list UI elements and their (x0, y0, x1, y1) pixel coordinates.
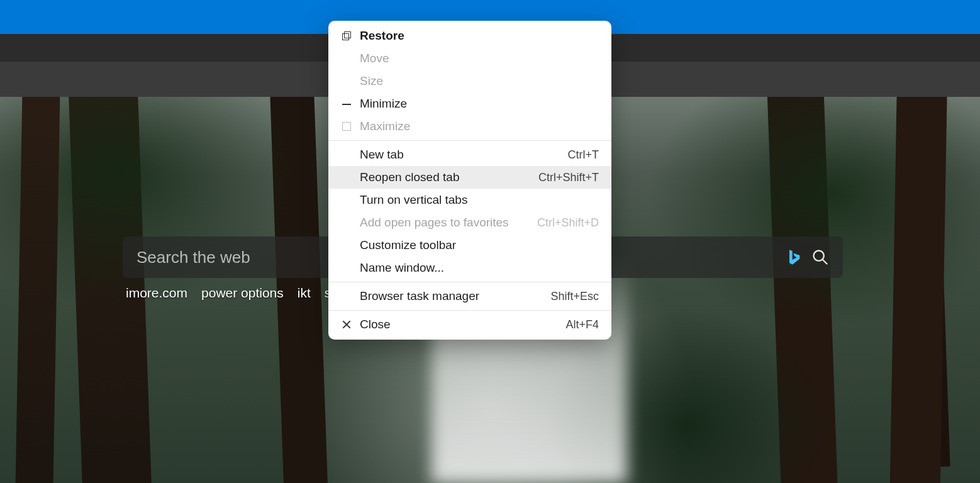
menu-item-restore[interactable]: Restore (328, 25, 611, 47)
menu-item-label: Close (356, 318, 565, 331)
svg-line-1 (823, 260, 827, 264)
menu-separator (328, 310, 611, 311)
quick-links: imore.com power options ikt skype (126, 286, 359, 301)
menu-item-label: Turn on vertical tabs (356, 193, 599, 207)
menu-item-reopen-closed-tab[interactable]: Reopen closed tabCtrl+Shift+T (328, 166, 611, 189)
menu-item-label: Restore (356, 29, 599, 43)
menu-item-label: Name window... (356, 261, 599, 275)
menu-item-label: Move (356, 52, 599, 65)
menu-item-label: Customize toolbar (356, 238, 599, 252)
menu-item-new-tab[interactable]: New tabCtrl+T (328, 143, 611, 166)
menu-item-add-open-pages-to-favorites: Add open pages to favoritesCtrl+Shift+D (328, 211, 611, 234)
menu-item-size: Size (328, 70, 611, 92)
maximize-icon (337, 122, 356, 131)
menu-item-maximize: Maximize (328, 115, 611, 138)
menu-item-label: Minimize (356, 97, 599, 111)
menu-item-accelerator: Ctrl+Shift+D (537, 216, 599, 230)
restore-icon (337, 31, 356, 40)
menu-item-minimize[interactable]: Minimize (328, 92, 611, 115)
menu-item-accelerator: Ctrl+Shift+T (538, 171, 599, 184)
close-icon (337, 320, 356, 329)
menu-item-name-window[interactable]: Name window... (328, 257, 611, 279)
menu-item-turn-on-vertical-tabs[interactable]: Turn on vertical tabs (328, 189, 611, 211)
menu-separator (328, 282, 611, 282)
menu-item-customize-toolbar[interactable]: Customize toolbar (328, 234, 611, 257)
menu-item-label: New tab (356, 148, 568, 162)
menu-item-label: Reopen closed tab (356, 170, 538, 184)
quicklink-item[interactable]: imore.com (126, 286, 187, 301)
menu-item-label: Add open pages to favorites (356, 216, 537, 230)
minimize-icon (337, 99, 356, 108)
bing-icon[interactable] (785, 248, 803, 266)
quicklink-item[interactable]: ikt (298, 286, 311, 301)
window-context-menu[interactable]: RestoreMoveSizeMinimizeMaximizeNew tabCt… (328, 21, 611, 340)
menu-item-accelerator: Shift+Esc (550, 290, 599, 303)
menu-item-accelerator: Alt+F4 (565, 318, 599, 331)
menu-item-label: Size (356, 74, 599, 88)
menu-item-label: Browser task manager (356, 289, 550, 303)
search-icon[interactable] (811, 248, 829, 266)
quicklink-item[interactable]: power options (201, 286, 284, 301)
menu-item-browser-task-manager[interactable]: Browser task managerShift+Esc (328, 285, 611, 308)
menu-item-move: Move (328, 47, 611, 70)
menu-item-label: Maximize (356, 119, 599, 133)
menu-item-close[interactable]: CloseAlt+F4 (328, 313, 611, 336)
menu-separator (328, 140, 611, 141)
menu-item-accelerator: Ctrl+T (568, 148, 599, 162)
